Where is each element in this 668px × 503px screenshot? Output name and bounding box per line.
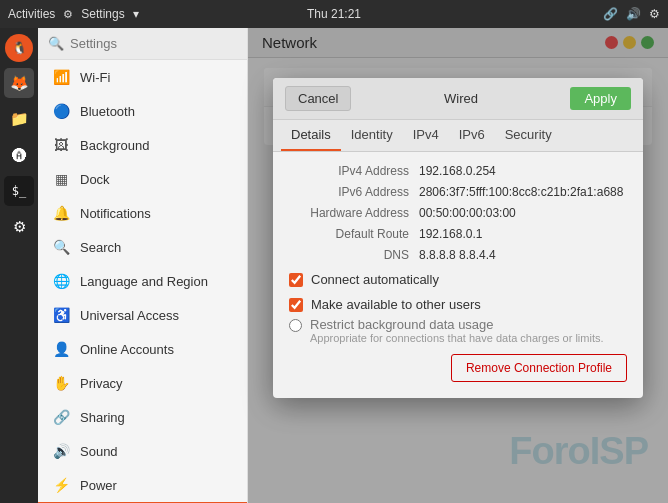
dropdown-icon: ▾ <box>133 7 139 21</box>
sidebar-icon-bluetooth: 🔵 <box>52 103 70 119</box>
sidebar-icon-dock: ▦ <box>52 171 70 187</box>
sidebar-item-sharing[interactable]: 🔗 Sharing <box>38 400 247 434</box>
hw-value: 00:50:00:00:03:00 <box>419 206 516 220</box>
remove-connection-button[interactable]: Remove Connection Profile <box>451 354 627 382</box>
terminal-dock-icon[interactable]: $_ <box>4 176 34 206</box>
sidebar-icon-privacy: ✋ <box>52 375 70 391</box>
sidebar: 🔍 📶 Wi-Fi 🔵 Bluetooth 🖼 Background ▦ Doc… <box>38 28 248 503</box>
sidebar-icon-search: 🔍 <box>52 239 70 255</box>
make-available-label[interactable]: Make available to other users <box>311 297 481 312</box>
hw-row: Hardware Address 00:50:00:00:03:00 <box>289 206 627 220</box>
settings-dock-icon[interactable]: ⚙ <box>4 212 34 242</box>
sidebar-icon-notifications: 🔔 <box>52 205 70 221</box>
connect-auto-label[interactable]: Connect automatically <box>311 272 439 287</box>
dialog-tabs: DetailsIdentityIPv4IPv6Security <box>273 120 643 152</box>
ipv4-row: IPv4 Address 192.168.0.254 <box>289 164 627 178</box>
dialog-header: Cancel Wired Apply <box>273 78 643 120</box>
restrict-row: Restrict background data usage Appropria… <box>289 317 627 344</box>
sidebar-icon-language: 🌐 <box>52 273 70 289</box>
ipv4-value: 192.168.0.254 <box>419 164 496 178</box>
sidebar-label-bluetooth: Bluetooth <box>80 104 233 119</box>
power-icon: ⚙ <box>649 7 660 21</box>
sidebar-item-dock[interactable]: ▦ Dock <box>38 162 247 196</box>
content-area: Network Wired + Connected <box>248 28 668 503</box>
app-dock: 🐧 🦊 📁 🅐 $_ ⚙ <box>0 28 38 503</box>
restrict-sublabel: Appropriate for connections that have da… <box>310 332 604 344</box>
sidebar-item-sound[interactable]: 🔊 Sound <box>38 434 247 468</box>
sidebar-item-universal-access[interactable]: ♿ Universal Access <box>38 298 247 332</box>
sidebar-search-input[interactable] <box>70 36 237 51</box>
dialog-tab-details[interactable]: Details <box>281 120 341 151</box>
dialog-tab-ipv6[interactable]: IPv6 <box>449 120 495 151</box>
sidebar-icon-power: ⚡ <box>52 477 70 493</box>
software-dock-icon[interactable]: 🅐 <box>4 140 34 170</box>
sidebar-icon-sound: 🔊 <box>52 443 70 459</box>
sidebar-item-language[interactable]: 🌐 Language and Region <box>38 264 247 298</box>
sidebar-label-online-accounts: Online Accounts <box>80 342 233 357</box>
hw-label: Hardware Address <box>289 206 419 220</box>
ipv6-value: 2806:3f7:5fff:100:8cc8:c21b:2fa1:a688 <box>419 185 623 199</box>
dialog-body: IPv4 Address 192.168.0.254 IPv6 Address … <box>273 152 643 398</box>
sidebar-label-sharing: Sharing <box>80 410 233 425</box>
dialog-cancel-button[interactable]: Cancel <box>285 86 351 111</box>
sidebar-label-language: Language and Region <box>80 274 233 289</box>
sidebar-item-background[interactable]: 🖼 Background <box>38 128 247 162</box>
sidebar-icon-universal-access: ♿ <box>52 307 70 323</box>
dialog-title: Wired <box>444 91 478 106</box>
connect-auto-checkbox[interactable] <box>289 273 303 287</box>
sidebar-label-sound: Sound <box>80 444 233 459</box>
ipv6-label: IPv6 Address <box>289 185 419 199</box>
route-value: 192.168.0.1 <box>419 227 482 241</box>
sidebar-item-notifications[interactable]: 🔔 Notifications <box>38 196 247 230</box>
sidebar-icon-wifi: 📶 <box>52 69 70 85</box>
restrict-label[interactable]: Restrict background data usage <box>310 317 604 332</box>
sidebar-icon-background: 🖼 <box>52 137 70 153</box>
dialog-apply-button[interactable]: Apply <box>570 87 631 110</box>
sidebar-item-wifi[interactable]: 📶 Wi-Fi <box>38 60 247 94</box>
activities-button[interactable]: Activities <box>8 7 55 21</box>
sidebar-item-privacy[interactable]: ✋ Privacy <box>38 366 247 400</box>
sidebar-search-bar[interactable]: 🔍 <box>38 28 247 60</box>
clock: Thu 21:21 <box>307 7 361 21</box>
sidebar-icon-sharing: 🔗 <box>52 409 70 425</box>
dns-label: DNS <box>289 248 419 262</box>
sidebar-icon-online-accounts: 👤 <box>52 341 70 357</box>
wired-dialog: Cancel Wired Apply DetailsIdentityIPv4IP… <box>273 78 643 398</box>
ubuntu-icon[interactable]: 🐧 <box>5 34 33 62</box>
sidebar-label-notifications: Notifications <box>80 206 233 221</box>
dialog-tab-identity[interactable]: Identity <box>341 120 403 151</box>
files-dock-icon[interactable]: 📁 <box>4 104 34 134</box>
volume-icon: 🔊 <box>626 7 641 21</box>
dialog-tab-security[interactable]: Security <box>495 120 562 151</box>
sidebar-search-icon: 🔍 <box>48 36 64 51</box>
sidebar-item-search[interactable]: 🔍 Search <box>38 230 247 264</box>
main-area: 🐧 🦊 📁 🅐 $_ ⚙ 🔍 📶 Wi-Fi 🔵 Bluetooth 🖼 Bac… <box>0 28 668 503</box>
route-label: Default Route <box>289 227 419 241</box>
network-icon: 🔗 <box>603 7 618 21</box>
make-available-row: Make available to other users <box>289 297 627 312</box>
firefox-dock-icon[interactable]: 🦊 <box>4 68 34 98</box>
dns-row: DNS 8.8.8.8 8.8.4.4 <box>289 248 627 262</box>
sidebar-label-power: Power <box>80 478 233 493</box>
ipv6-row: IPv6 Address 2806:3f7:5fff:100:8cc8:c21b… <box>289 185 627 199</box>
top-bar: Activities ⚙ Settings ▾ Thu 21:21 🔗 🔊 ⚙ <box>0 0 668 28</box>
dialog-overlay: Cancel Wired Apply DetailsIdentityIPv4IP… <box>248 28 668 503</box>
sidebar-label-background: Background <box>80 138 233 153</box>
sidebar-item-online-accounts[interactable]: 👤 Online Accounts <box>38 332 247 366</box>
dns-value: 8.8.8.8 8.8.4.4 <box>419 248 496 262</box>
dialog-tab-ipv4[interactable]: IPv4 <box>403 120 449 151</box>
ipv4-label: IPv4 Address <box>289 164 419 178</box>
sidebar-item-bluetooth[interactable]: 🔵 Bluetooth <box>38 94 247 128</box>
gear-small-icon: ⚙ <box>63 8 73 21</box>
settings-menu[interactable]: Settings <box>81 7 124 21</box>
connect-auto-row: Connect automatically <box>289 272 627 287</box>
sidebar-label-search: Search <box>80 240 233 255</box>
sidebar-item-power[interactable]: ⚡ Power <box>38 468 247 502</box>
sidebar-label-wifi: Wi-Fi <box>80 70 233 85</box>
sidebar-label-privacy: Privacy <box>80 376 233 391</box>
sidebar-label-universal-access: Universal Access <box>80 308 233 323</box>
make-available-checkbox[interactable] <box>289 298 303 312</box>
restrict-radio[interactable] <box>289 319 302 332</box>
sidebar-list: 📶 Wi-Fi 🔵 Bluetooth 🖼 Background ▦ Dock … <box>38 60 247 503</box>
route-row: Default Route 192.168.0.1 <box>289 227 627 241</box>
